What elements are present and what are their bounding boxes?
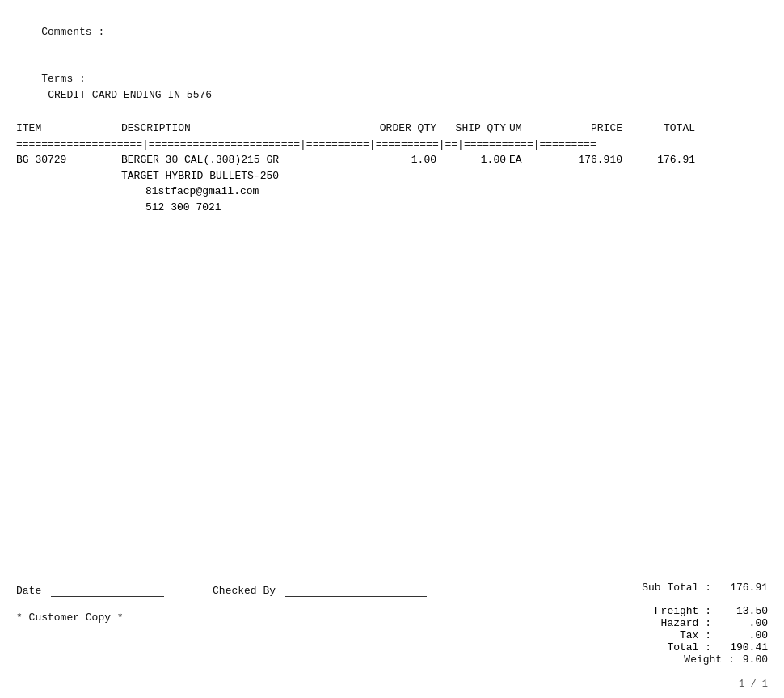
table-separator: ====================|===================… [16, 137, 768, 152]
total-row: Total : 190.41 [525, 641, 768, 654]
row-order-qty: 1.00 [372, 152, 445, 168]
footer-top: Date Checked By Sub Total : 176.91 [16, 579, 768, 597]
table-row-email: 81stfacp@gmail.com [16, 184, 768, 200]
row-total: 176.91 [630, 152, 695, 168]
weight-value: 9.00 [743, 654, 768, 666]
page-number: 1 / 1 [739, 679, 768, 690]
terms-value: CREDIT CARD ENDING IN 5576 [48, 89, 212, 101]
footer-bottom: * Customer Copy * Freight : 13.50 Hazard… [16, 605, 768, 666]
row-item: BG 30729 [16, 152, 121, 168]
terms-label: Terms : [41, 73, 86, 85]
customer-copy-text: * Customer Copy * [16, 611, 525, 624]
table-body: BG 30729 BERGER 30 CAL(.308)215 GR 1.00 … [16, 152, 768, 540]
row-um: EA [509, 152, 537, 168]
date-label: Date [16, 585, 41, 597]
footer-left: * Customer Copy * [16, 605, 525, 624]
freight-value: 13.50 [719, 605, 768, 617]
totals-area: Sub Total : 176.91 [542, 579, 768, 597]
comments-label: Comments : [41, 26, 104, 38]
checked-by-label: Checked By [213, 585, 276, 597]
footer-right: Freight : 13.50 Hazard : .00 Tax : .00 T… [525, 605, 768, 666]
total-label: Total : [630, 641, 711, 654]
row-desc-line2: TARGET HYBRID BULLETS-250 [121, 168, 372, 184]
checked-by-line [285, 584, 427, 597]
row-price: 176.910 [537, 152, 630, 168]
sub-total-row: Sub Total : 176.91 [542, 579, 768, 597]
date-line [51, 584, 164, 597]
date-field: Date [16, 584, 164, 597]
col-header-item: ITEM [16, 119, 121, 137]
row-phone: 512 300 7021 [121, 200, 221, 216]
tax-row: Tax : .00 [525, 629, 768, 641]
table-row: BG 30729 BERGER 30 CAL(.308)215 GR 1.00 … [16, 152, 768, 168]
sub-total-value: 176.91 [719, 579, 768, 597]
hazard-label: Hazard : [630, 617, 711, 629]
signature-area: Date Checked By [16, 584, 542, 597]
col-header-um: UM [509, 119, 537, 137]
footer-section: Date Checked By Sub Total : 176.91 * Cus… [16, 579, 768, 666]
col-header-order-qty: ORDER QTY [372, 119, 445, 137]
table-row-phone: 512 300 7021 [16, 200, 768, 216]
table-header-row: ITEM DESCRIPTION ORDER QTY SHIP QTY UM P… [16, 119, 768, 137]
col-header-price: PRICE [537, 119, 630, 137]
hazard-value: .00 [719, 617, 768, 629]
col-header-total: TOTAL [630, 119, 695, 137]
tax-label: Tax : [630, 629, 711, 641]
hazard-row: Hazard : .00 [525, 617, 768, 629]
comments-line: Comments : [16, 8, 768, 56]
invoice-page: Comments : Terms : CREDIT CARD ENDING IN… [0, 0, 784, 698]
terms-line: Terms : CREDIT CARD ENDING IN 5576 [16, 56, 768, 119]
row-ship-qty: 1.00 [445, 152, 509, 168]
freight-row: Freight : 13.50 [525, 605, 768, 617]
row-desc-line1: BERGER 30 CAL(.308)215 GR [121, 152, 372, 168]
row-email: 81stfacp@gmail.com [121, 184, 259, 200]
total-value: 190.41 [719, 641, 768, 654]
sub-total-label: Sub Total : [630, 579, 711, 597]
col-header-ship-qty: SHIP QTY [445, 119, 509, 137]
checked-by-field: Checked By [213, 584, 427, 597]
col-header-description: DESCRIPTION [121, 119, 372, 137]
freight-label: Freight : [630, 605, 711, 617]
weight-row: Weight : 9.00 [525, 654, 768, 666]
tax-value: .00 [719, 629, 768, 641]
table-row-desc2: TARGET HYBRID BULLETS-250 [16, 168, 768, 184]
weight-label: Weight : [684, 654, 734, 666]
